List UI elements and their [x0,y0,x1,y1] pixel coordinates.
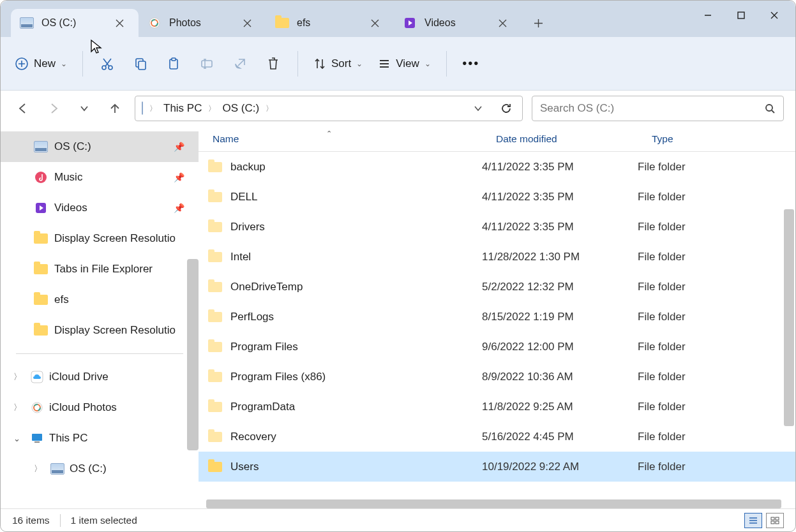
column-name[interactable]: Name ⌃ [199,133,482,145]
close-icon[interactable] [366,14,384,32]
sidebar-item-label: OS (C:) [54,140,91,153]
file-type: File folder [638,251,795,263]
file-row[interactable]: Users 10/19/2022 9:22 AM File folder [199,452,795,482]
file-row[interactable]: PerfLogs 8/15/2022 1:19 PM File folder [199,302,795,332]
file-row[interactable]: Recovery 5/16/2022 4:45 PM File folder [199,422,795,452]
expander-icon[interactable]: 〉 [13,371,25,383]
chevron-right-icon[interactable]: 〉 [208,103,216,114]
pin-icon: 📌 [174,203,184,213]
tab-videos[interactable]: Videos [394,9,522,37]
tree-item[interactable]: 〉 OS (C:) [1,454,199,484]
expander-icon[interactable]: 〉 [34,463,45,475]
file-row[interactable]: Program Files 9/6/2022 12:00 PM File fol… [199,332,795,362]
paste-button[interactable] [158,48,189,79]
tab-efs[interactable]: efs [266,9,394,37]
file-date: 11/8/2022 9:25 AM [482,401,638,413]
share-button[interactable] [225,48,255,79]
file-row[interactable]: Program Files (x86) 8/9/2022 10:36 AM Fi… [199,362,795,392]
sidebar-item[interactable]: Tabs in File Explorer [1,254,199,284]
folder-icon [206,402,224,412]
up-button[interactable] [104,98,126,119]
svg-rect-4 [738,12,744,18]
tab-title: efs [297,17,366,29]
search-input[interactable] [540,102,765,115]
folder-icon [34,293,48,307]
chevron-right-icon[interactable]: 〉 [266,103,273,114]
file-row[interactable]: Intel 11/28/2022 1:30 PM File folder [199,242,795,272]
new-button[interactable]: New ⌄ [8,48,73,79]
expander-icon[interactable]: ⌄ [13,434,25,443]
file-type: File folder [638,311,795,323]
sidebar-item[interactable]: OS (C:) 📌 [1,131,199,162]
close-icon[interactable] [238,14,256,32]
file-row[interactable]: backup 4/11/2022 3:35 PM File folder [199,152,795,182]
address-bar[interactable]: 〉 This PC 〉 OS (C:) 〉 [135,96,523,121]
sidebar-item-label: Tabs in File Explorer [54,263,153,276]
column-headers: Name ⌃ Date modified Type [199,126,795,152]
cut-button[interactable] [92,48,123,79]
recent-button[interactable] [73,98,95,119]
folder-icon [34,232,48,246]
address-dropdown[interactable] [467,98,489,119]
tree-item[interactable]: 〉 iCloud Drive [1,362,199,392]
sidebar-item[interactable]: Display Screen Resolutio [1,223,199,254]
file-name: PerfLogs [230,311,482,323]
thumbnails-view-button[interactable] [766,513,784,528]
tree-item[interactable]: ⌄ This PC [1,423,199,454]
chevron-down-icon: ⌄ [61,59,67,68]
scrollbar[interactable] [187,259,199,450]
folder-icon [275,16,289,30]
close-icon[interactable] [493,14,511,32]
sidebar-item[interactable]: Display Screen Resolutio [1,315,199,346]
file-name: Drivers [230,221,482,233]
maximize-button[interactable] [725,3,757,27]
sidebar-item[interactable]: Music 📌 [1,162,199,193]
folder-icon [206,312,224,322]
refresh-button[interactable] [495,98,517,119]
column-type[interactable]: Type [638,133,795,145]
search-icon[interactable] [765,103,776,114]
breadcrumb-this-pc[interactable]: This PC [163,102,202,115]
add-tab-button[interactable] [525,10,551,36]
rename-button[interactable] [191,48,222,79]
back-button[interactable] [12,98,34,119]
close-window-button[interactable] [758,3,790,27]
svg-point-14 [35,172,47,183]
tab-photos[interactable]: Photos [139,9,266,37]
icloud-icon [30,370,44,384]
photos-icon [147,16,161,30]
divider [297,51,298,77]
horizontal-scrollbar[interactable] [206,499,781,508]
file-row[interactable]: Drivers 4/11/2022 3:35 PM File folder [199,212,795,242]
more-button[interactable]: ••• [456,48,486,79]
expander-icon[interactable]: 〉 [13,402,25,413]
search-box[interactable] [532,96,784,121]
file-row[interactable]: ProgramData 11/8/2022 9:25 AM File folde… [199,392,795,422]
forward-button[interactable] [43,98,64,119]
tree-item-label: This PC [49,432,87,445]
column-date-modified[interactable]: Date modified [482,133,638,145]
minimize-button[interactable] [692,3,724,27]
folder-icon [206,342,224,352]
tab-os-c[interactable]: OS (C:) [11,9,139,37]
sidebar-item[interactable]: efs [1,284,199,315]
sort-indicator-icon: ⌃ [326,129,332,138]
videos-icon [34,201,48,215]
music-icon [34,170,48,184]
videos-icon [403,16,417,30]
view-button[interactable]: View ⌄ [372,48,437,79]
scrollbar[interactable] [784,209,794,426]
file-name: Intel [230,251,482,263]
sidebar-item[interactable]: Videos 📌 [1,193,199,223]
close-icon[interactable] [110,14,128,32]
details-view-button[interactable] [744,513,762,528]
breadcrumb-os-c[interactable]: OS (C:) [222,102,259,115]
copy-button[interactable] [125,48,156,79]
chevron-right-icon[interactable]: 〉 [149,103,157,114]
tree-item[interactable]: 〉 iCloud Photos [1,392,199,423]
sort-button[interactable]: Sort ⌄ [307,48,369,79]
file-row[interactable]: OneDriveTemp 5/2/2022 12:32 PM File fold… [199,272,795,302]
file-row[interactable]: DELL 4/11/2022 3:35 PM File folder [199,182,795,212]
file-type: File folder [638,281,795,293]
delete-button[interactable] [258,48,289,79]
